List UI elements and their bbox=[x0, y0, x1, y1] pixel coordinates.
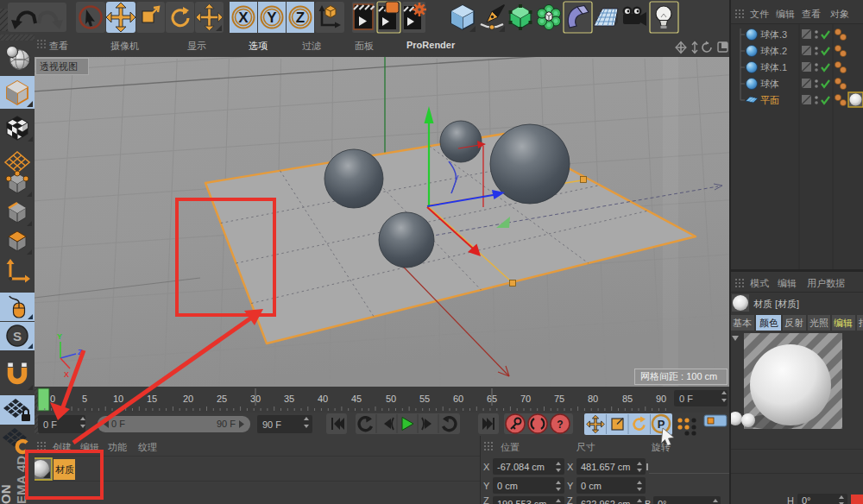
svg-text:40: 40 bbox=[318, 394, 328, 404]
svg-text:199.553 cm: 199.553 cm bbox=[497, 499, 546, 504]
svg-text:S: S bbox=[13, 329, 22, 343]
svg-text:模式: 模式 bbox=[750, 278, 769, 288]
svg-text:0 cm: 0 cm bbox=[581, 481, 602, 491]
svg-text:用户数据: 用户数据 bbox=[807, 278, 845, 288]
svg-text:481.657 cm: 481.657 cm bbox=[581, 462, 630, 472]
svg-text:光照: 光照 bbox=[809, 318, 828, 328]
svg-text:15: 15 bbox=[147, 394, 157, 404]
svg-text:80: 80 bbox=[588, 394, 598, 404]
svg-text:P: P bbox=[658, 418, 665, 431]
svg-text:0 F: 0 F bbox=[111, 419, 125, 429]
svg-text:X: X bbox=[567, 462, 574, 472]
svg-text:查看: 查看 bbox=[802, 9, 821, 19]
svg-text:0 cm: 0 cm bbox=[497, 481, 518, 491]
svg-text:球体: 球体 bbox=[760, 79, 779, 89]
svg-text:编辑: 编辑 bbox=[776, 9, 795, 19]
svg-text:对象: 对象 bbox=[830, 9, 849, 19]
svg-text:功能: 功能 bbox=[108, 442, 127, 452]
svg-text:0°: 0° bbox=[658, 499, 667, 504]
svg-text:90 F: 90 F bbox=[217, 419, 236, 429]
svg-text:-67.084 cm: -67.084 cm bbox=[497, 462, 545, 472]
svg-text:0 F: 0 F bbox=[43, 419, 57, 430]
svg-text:70: 70 bbox=[520, 394, 531, 404]
svg-text:5: 5 bbox=[82, 394, 87, 404]
svg-text:EMA 4D: EMA 4D bbox=[14, 456, 28, 504]
svg-text:纹理: 纹理 bbox=[138, 442, 157, 452]
svg-text:Z: Z bbox=[296, 9, 305, 26]
svg-text:622.962 cm: 622.962 cm bbox=[581, 499, 630, 504]
svg-text:材质: 材质 bbox=[55, 464, 74, 475]
svg-text:90 F: 90 F bbox=[262, 419, 281, 430]
svg-text:60: 60 bbox=[453, 394, 463, 404]
svg-text:Z: Z bbox=[483, 495, 489, 504]
svg-text:?: ? bbox=[557, 419, 563, 431]
svg-text:编辑: 编辑 bbox=[778, 278, 797, 288]
svg-text:10: 10 bbox=[113, 394, 123, 404]
svg-text:0 F: 0 F bbox=[679, 394, 693, 404]
svg-text:Z: Z bbox=[567, 495, 573, 504]
svg-text:位置: 位置 bbox=[501, 442, 520, 452]
svg-text:B: B bbox=[645, 499, 651, 504]
svg-text:50: 50 bbox=[386, 394, 396, 404]
svg-text:指: 指 bbox=[858, 318, 863, 328]
svg-text:X: X bbox=[64, 370, 69, 379]
svg-text:90: 90 bbox=[656, 394, 666, 404]
svg-text:旋转: 旋转 bbox=[651, 442, 671, 452]
svg-text:X: X bbox=[238, 9, 249, 26]
svg-text:球体.2: 球体.2 bbox=[760, 46, 787, 56]
svg-text:透视视图: 透视视图 bbox=[40, 61, 78, 72]
svg-text:Y: Y bbox=[57, 332, 62, 341]
svg-text:材质 [材质]: 材质 [材质] bbox=[753, 299, 799, 309]
svg-text:ON: ON bbox=[0, 485, 13, 504]
svg-text:25: 25 bbox=[217, 394, 227, 404]
svg-text:创建: 创建 bbox=[53, 442, 72, 452]
svg-text:20: 20 bbox=[183, 394, 193, 404]
svg-text:反射: 反射 bbox=[784, 318, 803, 328]
svg-text:Y: Y bbox=[483, 481, 490, 491]
svg-text:75: 75 bbox=[554, 394, 564, 404]
svg-text:球体.1: 球体.1 bbox=[760, 62, 787, 72]
svg-text:编辑: 编辑 bbox=[80, 442, 99, 452]
svg-text:文件: 文件 bbox=[750, 9, 769, 19]
svg-text:Z: Z bbox=[78, 348, 83, 356]
svg-text:0°: 0° bbox=[802, 495, 811, 504]
svg-text:颜色: 颜色 bbox=[759, 318, 778, 328]
svg-text:球体.3: 球体.3 bbox=[760, 29, 787, 40]
svg-text:尺寸: 尺寸 bbox=[576, 442, 595, 452]
svg-text:Y: Y bbox=[567, 481, 574, 491]
svg-text:0: 0 bbox=[50, 394, 55, 404]
svg-text:编辑: 编辑 bbox=[834, 318, 853, 328]
svg-text:85: 85 bbox=[622, 394, 633, 404]
svg-text:H: H bbox=[787, 495, 794, 504]
svg-text:X: X bbox=[483, 462, 490, 472]
svg-text:Y: Y bbox=[267, 9, 277, 26]
svg-text:基本: 基本 bbox=[733, 318, 752, 328]
svg-text:55: 55 bbox=[419, 394, 430, 404]
svg-text:45: 45 bbox=[351, 394, 362, 404]
svg-text:35: 35 bbox=[284, 394, 294, 404]
svg-text:网格间距 : 100 cm: 网格间距 : 100 cm bbox=[640, 371, 717, 381]
svg-text:平面: 平面 bbox=[760, 95, 779, 105]
